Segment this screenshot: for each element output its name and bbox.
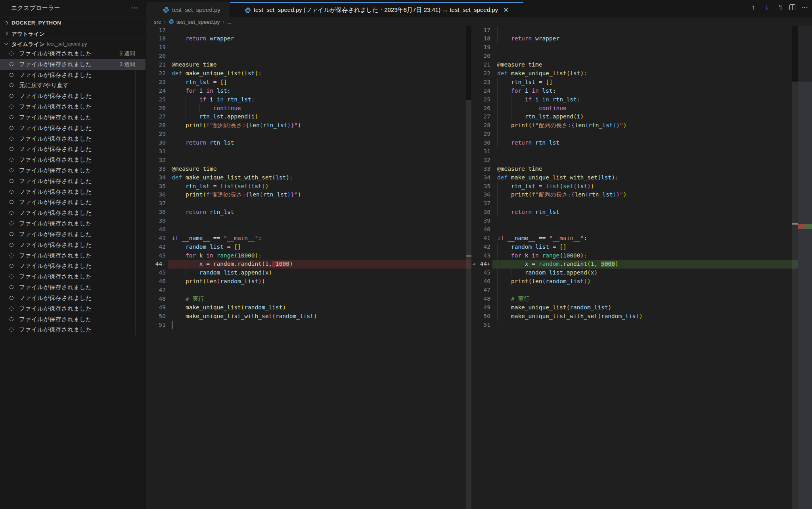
line-number[interactable]: 25 — [146, 95, 166, 104]
timeline-item[interactable]: ファイルが保存されました — [0, 229, 146, 240]
code-line[interactable]: 19 — [146, 43, 471, 52]
code-line[interactable]: 42 random_list = [] — [146, 243, 471, 252]
code-line[interactable]: 19 — [471, 43, 798, 52]
timeline-item[interactable]: ファイルが保存されました — [0, 144, 146, 154]
minimap[interactable] — [798, 26, 812, 509]
code-line[interactable]: 40 — [146, 225, 471, 234]
code-line[interactable]: 49 make_unique_list(random_list) — [146, 303, 471, 312]
timeline-item[interactable]: ファイルが保存されました — [0, 165, 146, 176]
line-number[interactable]: 35 — [146, 182, 166, 191]
line-number[interactable]: 43 — [146, 252, 166, 260]
code-line[interactable]: 39 — [146, 217, 471, 225]
tab-test-set-speed[interactable]: test_set_speed.py — [146, 2, 230, 17]
line-number[interactable]: 49 — [146, 303, 166, 312]
line-number[interactable]: 19 — [471, 43, 490, 52]
line-number[interactable]: 18 — [471, 34, 490, 43]
timeline-item[interactable]: ファイルが保存されました — [0, 208, 146, 218]
line-number[interactable]: 45 — [146, 269, 166, 277]
code-line[interactable]: 43 for k in range(10000): — [146, 252, 471, 260]
line-number[interactable]: 22 — [146, 69, 166, 78]
line-number[interactable]: 42 — [471, 243, 490, 252]
code-line[interactable]: 45 random_list.append(x) — [471, 269, 798, 277]
timeline-item[interactable]: ファイルが保存されました3 週間 — [0, 59, 146, 70]
line-number[interactable]: 50 — [146, 312, 166, 321]
sidebar-section-timeline[interactable]: タイムライン test_set_speed.py — [0, 38, 146, 49]
timeline-item[interactable]: ファイルが保存されました — [0, 70, 146, 80]
line-number[interactable]: 47 — [146, 286, 166, 295]
right-editor-scrollbar[interactable] — [792, 26, 798, 509]
line-number[interactable]: 19 — [146, 43, 166, 52]
line-number[interactable]: 38 — [471, 208, 490, 217]
line-number[interactable]: 34 — [146, 173, 166, 182]
code-line[interactable]: 23 rtn_lst = [] — [471, 78, 798, 87]
code-line[interactable]: 23 rtn_lst = [] — [146, 78, 471, 87]
breadcrumb-file[interactable]: test_set_speed.py — [176, 19, 220, 25]
code-line[interactable]: 20 — [471, 52, 798, 61]
code-line[interactable]: 17 — [471, 26, 798, 35]
line-number[interactable]: 40 — [146, 225, 166, 234]
code-line[interactable]: 30 return rtn_lst — [471, 139, 798, 147]
line-number[interactable]: 51 — [471, 321, 490, 330]
code-line[interactable]: 17 — [146, 26, 471, 35]
code-line[interactable]: 33@measure_time — [471, 165, 798, 173]
code-line[interactable]: 29 — [471, 130, 798, 139]
line-number[interactable]: 44- — [146, 260, 166, 269]
code-line[interactable]: 51 — [471, 321, 798, 330]
line-number[interactable]: 47 — [471, 286, 490, 295]
code-line[interactable]: 25 if i in rtn_lst: — [146, 95, 471, 104]
code-line[interactable]: 48 # 実行 — [471, 295, 798, 303]
tab-diff-active[interactable]: test_set_speed.py (ファイルが保存されました・2023年6月7… — [230, 2, 523, 17]
line-number[interactable]: 41 — [471, 234, 490, 243]
line-number[interactable]: 45 — [471, 269, 490, 277]
code-line[interactable]: 30 return rtn_lst — [146, 139, 471, 147]
timeline-item[interactable]: ファイルが保存されました — [0, 154, 146, 165]
code-line[interactable]: 24 for i in lst: — [146, 87, 471, 95]
code-line[interactable]: 44+ x = random.randint(1, 5000)→ — [471, 260, 798, 269]
previous-change-icon[interactable]: ↑ — [749, 4, 758, 11]
close-icon[interactable]: ✕ — [503, 6, 509, 14]
line-number[interactable]: 28 — [471, 121, 490, 130]
more-actions-icon[interactable]: ⋯ — [131, 3, 138, 12]
code-line[interactable]: 50 make_unique_list_with_set(random_list… — [471, 312, 798, 321]
code-line[interactable]: 45 random_list.append(x) — [146, 269, 471, 277]
timeline-item[interactable]: ファイルが保存されました — [0, 91, 146, 101]
whitespace-icon[interactable]: ¶ — [776, 4, 785, 11]
timeline-item[interactable]: ファイルが保存されました — [0, 218, 146, 229]
line-number[interactable]: 20 — [471, 52, 490, 61]
code-line[interactable]: 27 rtn_lst.append(i) — [471, 112, 798, 121]
code-line[interactable]: 22def make_unique_list(lst): — [471, 69, 798, 78]
line-number[interactable]: 30 — [471, 139, 490, 147]
timeline-item[interactable]: ファイルが保存されました — [0, 123, 146, 133]
line-number[interactable]: 22 — [471, 69, 490, 78]
line-number[interactable]: 20 — [146, 52, 166, 61]
line-number[interactable]: 40 — [471, 225, 490, 234]
code-line[interactable]: 46 print(len(random_list)) — [146, 277, 471, 286]
timeline-item[interactable]: ファイルが保存されました — [0, 314, 146, 325]
line-number[interactable]: 42 — [146, 243, 166, 252]
sidebar-section-outline[interactable]: アウトライン — [0, 28, 146, 38]
line-number[interactable]: 27 — [471, 112, 490, 121]
code-line[interactable]: 31 — [471, 147, 798, 156]
code-line[interactable]: 26 continue — [146, 104, 471, 113]
line-number[interactable]: 17 — [471, 26, 490, 35]
code-line[interactable]: 49 make_unique_list(random_list) — [471, 303, 798, 312]
code-line[interactable]: 27 rtn_lst.append(i) — [146, 112, 471, 121]
line-number[interactable]: 23 — [146, 78, 166, 87]
code-line[interactable]: 48 # 実行 — [146, 295, 471, 303]
scrollbar-slider[interactable] — [792, 82, 798, 509]
code-line[interactable]: 47 — [146, 286, 471, 295]
line-number[interactable]: 41 — [146, 234, 166, 243]
code-line[interactable]: 44- x = random.randint(1, 1000) — [146, 260, 471, 269]
line-number[interactable]: 29 — [471, 130, 490, 139]
code-line[interactable]: 43 for k in range(10000): — [471, 252, 798, 260]
line-number[interactable]: 46 — [471, 277, 490, 286]
timeline-item[interactable]: ファイルが保存されました — [0, 240, 146, 250]
line-number[interactable]: 24 — [471, 87, 490, 95]
line-number[interactable]: 37 — [471, 199, 490, 208]
line-number[interactable]: 28 — [146, 121, 166, 130]
timeline-item[interactable]: ファイルが保存されました — [0, 187, 146, 197]
timeline-item[interactable]: ファイルが保存されました — [0, 133, 146, 144]
line-number[interactable]: 17 — [146, 26, 166, 35]
left-editor-scrollbar[interactable] — [466, 26, 471, 509]
code-line[interactable]: 37 — [146, 199, 471, 208]
